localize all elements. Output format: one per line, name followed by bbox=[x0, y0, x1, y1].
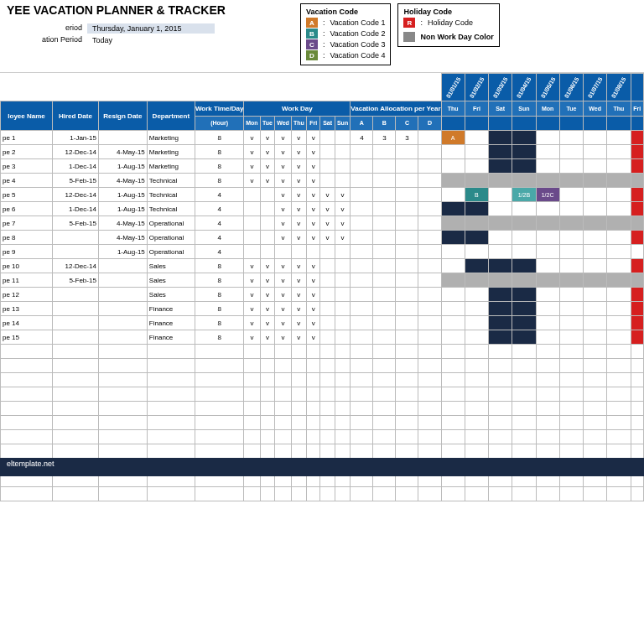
cal-cell[interactable] bbox=[631, 316, 644, 330]
cell-alloc[interactable] bbox=[351, 302, 373, 316]
empty-cell[interactable] bbox=[1, 402, 53, 416]
cell-alloc[interactable]: 4 bbox=[351, 131, 373, 145]
empty-cell[interactable] bbox=[607, 345, 631, 359]
cal-cell[interactable] bbox=[489, 316, 512, 330]
cell-day[interactable] bbox=[260, 231, 275, 245]
cell-alloc[interactable] bbox=[396, 245, 418, 259]
empty-cell[interactable] bbox=[418, 430, 441, 444]
empty-cell[interactable] bbox=[147, 373, 195, 387]
empty-cell[interactable] bbox=[559, 373, 583, 387]
cell-alloc[interactable] bbox=[396, 159, 418, 174]
cal-cell[interactable] bbox=[536, 259, 559, 273]
cell-alloc[interactable] bbox=[396, 145, 418, 159]
cell-day[interactable]: v bbox=[307, 188, 320, 202]
cell-day[interactable]: v bbox=[291, 330, 306, 345]
cell-day[interactable] bbox=[335, 131, 351, 145]
cal-cell[interactable] bbox=[584, 302, 607, 316]
cell-day[interactable] bbox=[335, 174, 351, 188]
cal-cell[interactable] bbox=[631, 216, 644, 231]
cal-cell[interactable] bbox=[559, 288, 583, 302]
cal-cell[interactable] bbox=[607, 202, 631, 216]
cell-alloc[interactable] bbox=[418, 245, 441, 259]
cell-dept[interactable]: Operational bbox=[147, 216, 195, 231]
empty-cell[interactable] bbox=[373, 373, 396, 387]
cell-work[interactable]: 8 bbox=[195, 159, 244, 174]
cell-alloc[interactable] bbox=[373, 273, 396, 288]
cell-day[interactable]: v bbox=[244, 145, 260, 159]
empty-cell[interactable] bbox=[631, 345, 644, 359]
empty-cell[interactable] bbox=[441, 402, 465, 416]
empty-cell[interactable] bbox=[260, 430, 275, 444]
cell-day[interactable] bbox=[244, 202, 260, 216]
empty-cell[interactable] bbox=[275, 444, 291, 459]
cell-resign[interactable]: 4-May-15 bbox=[98, 145, 147, 159]
cell-day[interactable]: v bbox=[320, 188, 335, 202]
cell-alloc[interactable] bbox=[351, 231, 373, 245]
cell-alloc[interactable] bbox=[373, 259, 396, 273]
empty-cell[interactable] bbox=[275, 487, 291, 501]
empty-cell[interactable] bbox=[275, 373, 291, 387]
empty-cell[interactable] bbox=[489, 444, 512, 459]
empty-cell[interactable] bbox=[335, 444, 351, 459]
empty-cell[interactable] bbox=[320, 444, 335, 459]
empty-cell[interactable] bbox=[631, 444, 644, 459]
cell-alloc[interactable] bbox=[351, 159, 373, 174]
cell-day[interactable]: v bbox=[244, 131, 260, 145]
cell-day[interactable]: v bbox=[307, 174, 320, 188]
cell-hired[interactable]: 1-Jan-15 bbox=[53, 131, 99, 145]
empty-cell[interactable] bbox=[489, 430, 512, 444]
cal-cell[interactable] bbox=[631, 273, 644, 288]
cal-cell[interactable] bbox=[631, 202, 644, 216]
cal-cell[interactable] bbox=[559, 245, 583, 259]
empty-cell[interactable] bbox=[53, 430, 99, 444]
empty-cell[interactable] bbox=[512, 487, 536, 501]
empty-cell[interactable] bbox=[512, 359, 536, 373]
empty-cell[interactable] bbox=[195, 373, 244, 387]
empty-cell[interactable] bbox=[489, 373, 512, 387]
cell-day[interactable] bbox=[320, 288, 335, 302]
empty-cell[interactable] bbox=[631, 373, 644, 387]
cell-alloc[interactable] bbox=[373, 288, 396, 302]
cell-day[interactable]: v bbox=[291, 188, 306, 202]
empty-cell[interactable] bbox=[244, 387, 260, 402]
cal-cell[interactable] bbox=[559, 202, 583, 216]
empty-cell[interactable] bbox=[607, 430, 631, 444]
empty-cell[interactable] bbox=[631, 402, 644, 416]
cal-cell[interactable] bbox=[512, 273, 536, 288]
cell-day[interactable] bbox=[335, 259, 351, 273]
empty-cell[interactable] bbox=[98, 387, 147, 402]
cell-alloc[interactable] bbox=[396, 202, 418, 216]
cal-cell[interactable] bbox=[536, 302, 559, 316]
cal-cell[interactable] bbox=[465, 288, 488, 302]
empty-cell[interactable] bbox=[536, 487, 559, 501]
cal-cell[interactable] bbox=[536, 174, 559, 188]
empty-cell[interactable] bbox=[441, 345, 465, 359]
cell-day[interactable]: v bbox=[307, 145, 320, 159]
cell-alloc[interactable] bbox=[418, 188, 441, 202]
empty-cell[interactable] bbox=[396, 416, 418, 430]
cell-name[interactable]: pe 8 bbox=[1, 231, 53, 245]
cal-cell[interactable] bbox=[489, 174, 512, 188]
cal-cell[interactable] bbox=[441, 245, 465, 259]
cell-day[interactable]: v bbox=[244, 316, 260, 330]
cal-cell[interactable] bbox=[607, 273, 631, 288]
cal-cell[interactable] bbox=[584, 216, 607, 231]
cell-day[interactable]: v bbox=[307, 330, 320, 345]
cell-day[interactable] bbox=[307, 245, 320, 259]
empty-cell[interactable] bbox=[373, 430, 396, 444]
cal-cell[interactable] bbox=[631, 188, 644, 202]
empty-cell[interactable] bbox=[536, 373, 559, 387]
cell-day[interactable]: v bbox=[307, 131, 320, 145]
cell-alloc[interactable] bbox=[373, 316, 396, 330]
empty-cell[interactable] bbox=[195, 359, 244, 373]
empty-cell[interactable] bbox=[489, 416, 512, 430]
cell-hired[interactable] bbox=[53, 288, 99, 302]
cal-cell[interactable] bbox=[584, 273, 607, 288]
cell-name[interactable]: pe 14 bbox=[1, 316, 53, 330]
empty-cell[interactable] bbox=[559, 487, 583, 501]
cell-resign[interactable] bbox=[98, 330, 147, 345]
cal-cell[interactable] bbox=[465, 330, 488, 345]
empty-cell[interactable] bbox=[465, 402, 488, 416]
period-value-2[interactable]: Today bbox=[87, 35, 215, 45]
cell-day[interactable]: v bbox=[335, 216, 351, 231]
